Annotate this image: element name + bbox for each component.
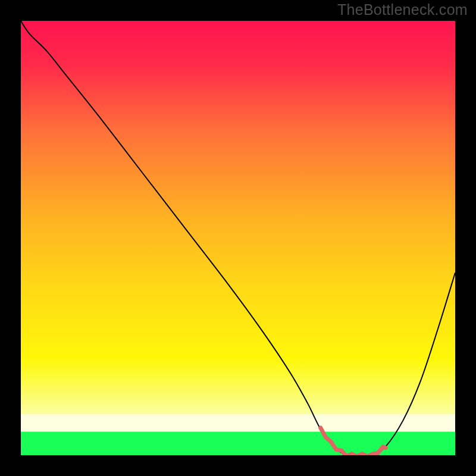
plot-svg xyxy=(21,21,455,455)
watermark-text: TheBottleneck.com xyxy=(337,1,468,18)
plot-area xyxy=(21,21,455,455)
chart-frame: TheBottleneck.com xyxy=(0,0,476,476)
gradient-background xyxy=(21,21,455,455)
